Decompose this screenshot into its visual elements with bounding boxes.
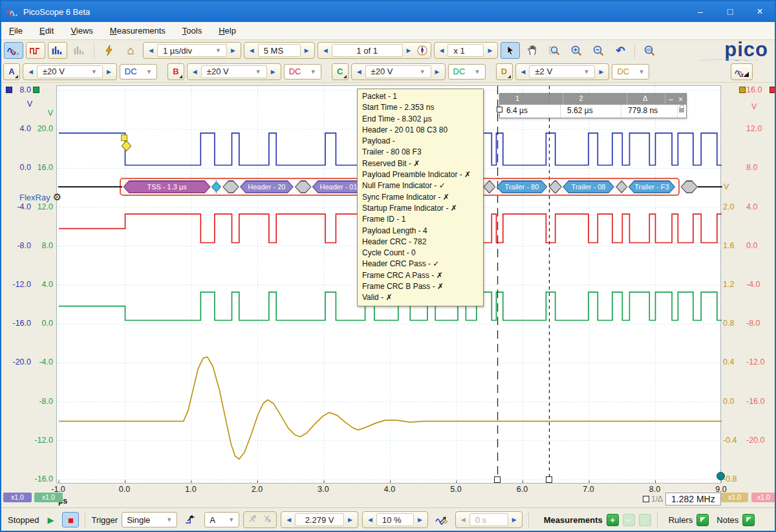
trigger-marker[interactable] — [122, 141, 131, 151]
page-prev-button[interactable]: ◀ — [319, 47, 332, 54]
channel-c-offset-marker[interactable] — [33, 87, 39, 93]
menu-views[interactable]: Views — [70, 26, 92, 36]
channel-b-offset-marker[interactable] — [770, 87, 776, 93]
samples-value[interactable]: 5 MS — [258, 44, 301, 57]
close-button[interactable]: × — [745, 1, 775, 22]
time-ruler-handle-2[interactable] — [494, 476, 501, 483]
channel-d-offset-marker[interactable] — [739, 87, 746, 93]
range-prev-button[interactable]: ◀ — [25, 69, 37, 75]
menu-tools[interactable]: Tools — [182, 26, 202, 36]
delay-up-button[interactable]: ▶ — [508, 516, 521, 523]
undo-zoom-button[interactable]: ↶ — [610, 42, 630, 59]
channel-d-range-select[interactable]: ±2 V▼ — [529, 65, 595, 78]
channel-c-group: C◀±20 V▼▶DC▼ — [332, 63, 486, 80]
axis-d-tick-label: -0.4 — [723, 436, 749, 445]
scope-view-button[interactable] — [4, 42, 23, 59]
samples-next-button[interactable]: ▶ — [301, 47, 313, 54]
range-prev-button[interactable]: ◀ — [189, 69, 201, 75]
persistence-view-button[interactable] — [26, 42, 45, 59]
x-tick-label: 5.0 — [442, 485, 470, 494]
decode-segment-tss[interactable]: TSS - 1.3 µs — [123, 180, 210, 193]
range-prev-button[interactable]: ◀ — [517, 69, 530, 75]
decode-segment-trailer[interactable]: Trailer - 08 — [563, 180, 614, 193]
channel-a-coupling-select[interactable]: DC▼ — [120, 64, 157, 80]
decode-segment-byte[interactable]: Header - 20 — [240, 180, 294, 193]
pretrigger-value[interactable]: 10 % — [376, 513, 414, 526]
channel-c-button[interactable]: C — [332, 63, 349, 80]
channel-b-button[interactable]: B — [167, 63, 184, 80]
zoom-in-tool[interactable] — [566, 42, 586, 59]
range-next-button[interactable]: ▶ — [103, 69, 115, 75]
channel-d-button[interactable]: D — [496, 63, 513, 80]
time-ruler-handle-1[interactable] — [546, 476, 552, 483]
decode-segment-trailer[interactable]: Trailer - F3 — [629, 180, 676, 193]
normal-cursor-tool[interactable] — [501, 42, 520, 59]
picoscope-window: PicoScope 6 Beta – □ × File Edit Views M… — [0, 0, 776, 532]
math-channels-button[interactable] — [731, 63, 753, 80]
menu-edit[interactable]: Edit — [39, 26, 54, 36]
zoom-prev-button[interactable]: ◀ — [436, 47, 448, 54]
lock-icon[interactable] — [679, 108, 684, 112]
minimize-button[interactable]: – — [685, 1, 715, 22]
chevron-down-icon: ▼ — [215, 47, 221, 54]
page-next-button[interactable]: ▶ — [403, 47, 415, 54]
menu-file[interactable]: File — [9, 26, 23, 36]
samples-prev-button[interactable]: ◀ — [246, 47, 258, 54]
stop-capture-button[interactable]: ■ — [62, 512, 79, 527]
trigger-source-select[interactable]: A▼ — [204, 512, 239, 527]
decode-segment-trailer[interactable]: Trailer - 80 — [497, 180, 548, 193]
legend-minimize-button[interactable]: – — [669, 95, 673, 104]
maximize-button[interactable]: □ — [715, 1, 745, 22]
channel-a-range-select[interactable]: ±20 V▼ — [37, 65, 103, 78]
ruler-legend[interactable]: 12Δ–×6.4 µs5.62 µs779.8 ns — [499, 93, 687, 118]
channel-a-button[interactable]: A — [3, 63, 20, 80]
channel-c-coupling-select[interactable]: DC▼ — [448, 64, 486, 80]
channel-b-coupling-select[interactable]: DC▼ — [284, 64, 321, 80]
goto-page-icon[interactable] — [415, 45, 429, 56]
app-icon — [6, 7, 18, 16]
zoom-out-tool[interactable] — [588, 42, 608, 59]
advanced-trigger-button[interactable] — [432, 511, 451, 528]
auto-setup-button[interactable] — [99, 42, 118, 59]
menu-help[interactable]: Help — [219, 26, 236, 36]
range-next-button[interactable]: ▶ — [267, 69, 279, 75]
rulers-button[interactable] — [696, 514, 709, 526]
edge-trigger-button[interactable] — [181, 511, 200, 528]
pretrigger-down-button[interactable]: ◀ — [364, 516, 376, 523]
start-capture-button[interactable]: ▶ — [43, 511, 58, 528]
legend-close-button[interactable]: × — [678, 95, 683, 104]
timebase-select[interactable]: 1 µs/div▼ — [157, 44, 227, 57]
marquee-zoom-tool[interactable] — [544, 42, 564, 59]
channel-a-offset-marker[interactable] — [6, 87, 12, 93]
add-measurement-button[interactable]: + — [607, 514, 619, 526]
gear-icon[interactable]: ⚙ — [53, 191, 61, 203]
trigger-mode-select[interactable]: Single▼ — [122, 512, 177, 527]
trigger-handle[interactable] — [122, 135, 127, 141]
timebase-next-button[interactable]: ▶ — [227, 47, 239, 54]
tooltip-line: Frame CRC A Pass - ✗ — [362, 270, 479, 281]
range-prev-button[interactable]: ◀ — [353, 69, 365, 75]
menu-measurements[interactable]: Measurements — [110, 26, 166, 36]
zoom-next-button[interactable]: ▶ — [484, 47, 496, 54]
decoder-row-label[interactable]: FlexRay⚙ — [19, 191, 61, 203]
freq-ruler-checkbox[interactable] — [643, 496, 649, 502]
timebase-prev-button[interactable]: ◀ — [145, 47, 157, 54]
trigger-level-up-button[interactable]: ▶ — [344, 516, 356, 523]
channel-d-coupling-select[interactable]: DC▼ — [612, 64, 649, 80]
spectrum-view-button[interactable] — [48, 42, 67, 59]
trigger-level-down-button[interactable]: ◀ — [283, 516, 295, 523]
notes-button[interactable] — [742, 514, 755, 526]
range-next-button[interactable]: ▶ — [595, 69, 607, 75]
pretrigger-up-button[interactable]: ▶ — [414, 516, 426, 523]
home-button[interactable]: ⌂ — [121, 42, 140, 59]
channel-d-trigger-marker[interactable] — [717, 472, 725, 480]
pan-hand-tool[interactable] — [523, 42, 542, 59]
legend-checkbox[interactable] — [497, 107, 502, 112]
zoom-100-button[interactable]: 100 — [640, 42, 659, 59]
channel-c-range-select[interactable]: ±20 V▼ — [365, 65, 431, 78]
trigger-level-value[interactable]: 2.279 V — [295, 513, 344, 526]
titlebar[interactable]: PicoScope 6 Beta – □ × — [1, 1, 775, 22]
channel-b-range-select[interactable]: ±20 V▼ — [201, 65, 267, 78]
range-next-button[interactable]: ▶ — [431, 69, 444, 75]
axis-a-tick-label: -20.0 — [5, 357, 31, 367]
